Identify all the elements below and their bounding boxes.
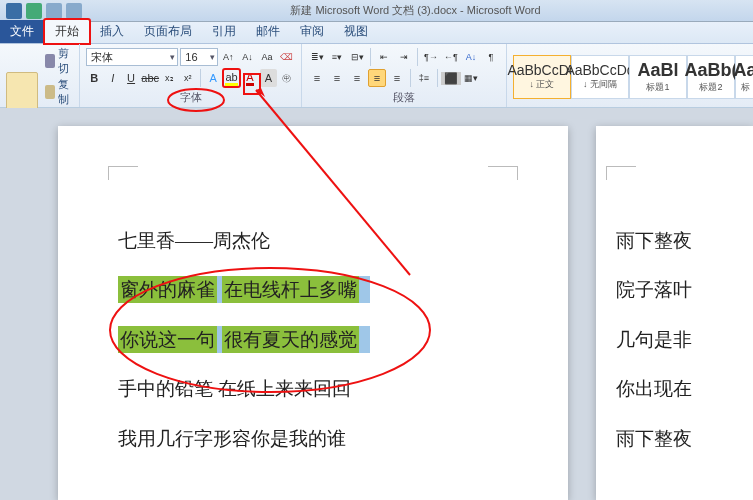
quick-access-toolbar <box>0 3 88 19</box>
word-icon <box>6 3 22 19</box>
highlight-color-button[interactable]: ab <box>223 69 239 87</box>
show-marks-button[interactable]: ¶ <box>482 48 500 66</box>
font-color-button[interactable]: A <box>242 69 258 87</box>
style-normal[interactable]: AaBbCcDd↓ 正文 <box>513 55 571 99</box>
doc-line: 几句是非 <box>616 315 753 364</box>
tab-mailings[interactable]: 邮件 <box>246 20 290 43</box>
tab-references[interactable]: 引用 <box>202 20 246 43</box>
line-spacing-button[interactable]: ‡≡ <box>415 69 433 87</box>
doc-title-line: 七里香——周杰伦 <box>118 216 508 265</box>
group-paragraph: ≣▾ ≡▾ ⊟▾ ⇤ ⇥ ¶→ ←¶ A↓ ¶ ≡ ≡ ≡ ≡ ≡ ‡≡ <box>302 44 507 107</box>
doc-line: 雨下整夜 <box>616 216 753 265</box>
tab-view[interactable]: 视图 <box>334 20 378 43</box>
doc-line: 院子落叶 <box>616 265 753 314</box>
document-area: 七里香——周杰伦 窗外的麻雀 在电线杆上多嘴 你说这一句 很有夏天的感觉 手中的… <box>0 108 753 500</box>
group-styles: AaBbCcDd↓ 正文 AaBbCcDd↓ 无间隔 AaBl标题1 AaBb(… <box>507 44 753 107</box>
copy-button[interactable]: 复制 <box>45 77 73 107</box>
doc-line-highlighted: 窗外的麻雀 在电线杆上多嘴 <box>118 265 508 314</box>
distribute-button[interactable]: ≡ <box>388 69 406 87</box>
page-2[interactable]: 雨下整夜 院子落叶 几句是非 你出现在 雨下整夜 <box>596 126 753 500</box>
multilevel-list-button[interactable]: ⊟▾ <box>348 48 366 66</box>
decrease-indent-button[interactable]: ⇤ <box>375 48 393 66</box>
title-bar: 新建 Microsoft Word 文档 (3).docx - Microsof… <box>0 0 753 22</box>
crop-mark-icon <box>108 166 138 180</box>
scissors-icon <box>45 54 55 68</box>
align-center-button[interactable]: ≡ <box>328 69 346 87</box>
style-heading-2[interactable]: AaBb(标题2 <box>687 55 735 99</box>
borders-button[interactable]: ▦▾ <box>462 69 480 87</box>
tab-review[interactable]: 审阅 <box>290 20 334 43</box>
group-clipboard: 粘贴 剪切 复制 格式刷 剪贴板 <box>0 44 80 107</box>
page-1[interactable]: 七里香——周杰伦 窗外的麻雀 在电线杆上多嘴 你说这一句 很有夏天的感觉 手中的… <box>58 126 568 500</box>
character-shading-button[interactable]: A <box>260 69 276 87</box>
doc-line: 手中的铅笔 在纸上来来回回 <box>118 364 508 413</box>
shading-button[interactable]: ⬛ <box>442 69 460 87</box>
group-label-font: 字体 <box>86 89 295 107</box>
font-name-combo[interactable]: 宋体 <box>86 48 178 66</box>
redo-icon[interactable] <box>66 3 82 19</box>
sort-button[interactable]: A↓ <box>462 48 480 66</box>
numbering-button[interactable]: ≡▾ <box>328 48 346 66</box>
paste-icon[interactable] <box>6 72 38 112</box>
increase-indent-button[interactable]: ⇥ <box>395 48 413 66</box>
underline-button[interactable]: U <box>123 69 139 87</box>
bold-button[interactable]: B <box>86 69 102 87</box>
style-heading-1[interactable]: AaBl标题1 <box>629 55 687 99</box>
doc-line: 我用几行字形容你是我的谁 <box>118 414 508 463</box>
tab-file[interactable]: 文件 <box>0 20 44 43</box>
font-size-combo[interactable]: 16 <box>180 48 217 66</box>
justify-button[interactable]: ≡ <box>368 69 386 87</box>
rtl-button[interactable]: ←¶ <box>442 48 460 66</box>
undo-icon[interactable] <box>46 3 62 19</box>
strikethrough-button[interactable]: abc <box>141 69 159 87</box>
enclose-characters-button[interactable]: ㊥ <box>279 69 295 87</box>
doc-line: 你出现在 <box>616 364 753 413</box>
grow-font-button[interactable]: A↑ <box>220 48 237 66</box>
tab-page-layout[interactable]: 页面布局 <box>134 20 202 43</box>
save-icon[interactable] <box>26 3 42 19</box>
cut-button[interactable]: 剪切 <box>45 46 73 76</box>
ribbon-tabs: 文件 开始 插入 页面布局 引用 邮件 审阅 视图 <box>0 22 753 44</box>
subscript-button[interactable]: x₂ <box>161 69 177 87</box>
superscript-button[interactable]: x² <box>180 69 196 87</box>
ltr-button[interactable]: ¶→ <box>422 48 440 66</box>
crop-mark-icon <box>606 166 636 180</box>
window-title: 新建 Microsoft Word 文档 (3).docx - Microsof… <box>88 3 753 18</box>
align-left-button[interactable]: ≡ <box>308 69 326 87</box>
text-effects-button[interactable]: A <box>205 69 221 87</box>
clear-formatting-button[interactable]: ⌫ <box>278 48 295 66</box>
group-label-paragraph: 段落 <box>308 89 500 107</box>
tab-insert[interactable]: 插入 <box>90 20 134 43</box>
align-right-button[interactable]: ≡ <box>348 69 366 87</box>
copy-icon <box>45 85 55 99</box>
group-font: 宋体 16 A↑ A↓ Aa ⌫ B I U abc x₂ x² A ab A … <box>80 44 302 107</box>
doc-line-highlighted: 你说这一句 很有夏天的感觉 <box>118 315 508 364</box>
tab-home[interactable]: 开始 <box>44 19 90 44</box>
style-no-spacing[interactable]: AaBbCcDd↓ 无间隔 <box>571 55 629 99</box>
change-case-button[interactable]: Aa <box>258 48 275 66</box>
ribbon: 粘贴 剪切 复制 格式刷 剪贴板 宋体 16 A↑ A↓ Aa ⌫ B I U <box>0 44 753 108</box>
style-heading-3[interactable]: Aa标 <box>735 55 753 99</box>
bullets-button[interactable]: ≣▾ <box>308 48 326 66</box>
italic-button[interactable]: I <box>104 69 120 87</box>
crop-mark-icon <box>488 166 518 180</box>
shrink-font-button[interactable]: A↓ <box>239 48 256 66</box>
doc-line: 雨下整夜 <box>616 414 753 463</box>
